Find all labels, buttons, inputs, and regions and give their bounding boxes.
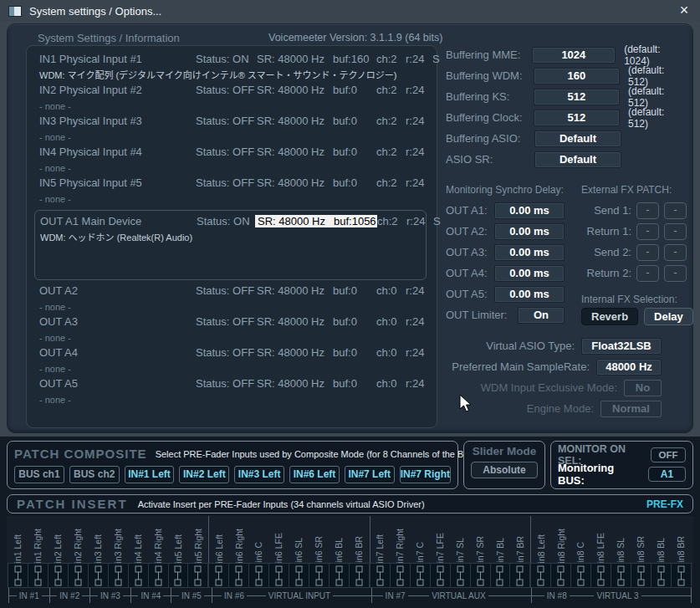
device-row[interactable]: IN3 Physical Input #3Status: OFFSR: 4800…: [39, 115, 437, 146]
reverb-button[interactable]: Reverb: [581, 308, 638, 325]
insert-switch[interactable]: [370, 563, 391, 588]
buffering-value-field[interactable]: 512: [534, 110, 620, 126]
buffering-value-field[interactable]: Default: [534, 130, 621, 147]
insert-switch[interactable]: [631, 563, 651, 588]
external-fx-slot-button[interactable]: -: [664, 244, 687, 261]
external-fx-slot-button[interactable]: -: [636, 202, 659, 219]
device-row[interactable]: IN1 Physical Input #1Status: ONSR: 48000…: [39, 53, 437, 84]
insert-channel: in2 Right: [69, 516, 89, 588]
insert-switch[interactable]: [208, 563, 229, 588]
device-row[interactable]: IN4 Physical Input #4Status: OFFSR: 4800…: [39, 146, 437, 176]
insert-switch[interactable]: [88, 563, 109, 588]
insert-switch[interactable]: [289, 563, 309, 588]
device-buffer: buf:0: [333, 346, 376, 359]
external-fx-slot-button[interactable]: -: [636, 265, 659, 282]
patch-composite-button[interactable]: BUS ch2: [69, 466, 120, 483]
asio-setting-field[interactable]: Float32LSB: [581, 338, 662, 355]
external-fx-slot-button[interactable]: -: [664, 265, 687, 282]
patch-composite-button[interactable]: IN#6 Left: [289, 466, 340, 483]
external-fx-slot-button[interactable]: -: [664, 202, 687, 219]
insert-switch[interactable]: [228, 563, 249, 588]
insert-switch[interactable]: [490, 563, 511, 588]
monitoring-delay-field[interactable]: 0.00 ms: [494, 244, 565, 261]
device-channels: ch:2: [376, 115, 406, 127]
device-row[interactable]: OUT A3Status: OFFSR: 48000 Hzbuf:0ch:0r:…: [39, 315, 437, 346]
insert-switch[interactable]: [168, 563, 189, 588]
device-row[interactable]: IN2 Physical Input #2Status: OFFSR: 4800…: [39, 84, 437, 115]
insert-switch[interactable]: [48, 563, 69, 588]
patch-composite-button[interactable]: IN#2 Left: [179, 466, 229, 483]
asio-setting-field[interactable]: No: [624, 380, 662, 396]
patch-composite-button[interactable]: IN#3 Left: [234, 466, 284, 483]
external-fx-slot-button[interactable]: -: [636, 244, 659, 261]
buffering-value-field[interactable]: 160: [534, 68, 620, 84]
insert-switch[interactable]: [329, 563, 350, 588]
buffering-value-field[interactable]: 512: [534, 89, 620, 105]
device-channels: ch:2: [377, 215, 406, 227]
insert-channel-label: in7 SR: [471, 516, 491, 563]
patch-composite-button[interactable]: IN#1 Left: [125, 466, 175, 483]
pre-fx-button[interactable]: PRE-FX: [646, 498, 683, 510]
patch-composite-button[interactable]: IN#7 Right: [400, 466, 451, 483]
monitoring-delay-field[interactable]: 0.00 ms: [494, 202, 565, 219]
patch-composite-button[interactable]: BUS ch1: [14, 466, 64, 483]
monitoring-delay-row: OUT A2:0.00 ms: [446, 221, 568, 242]
insert-switch[interactable]: [550, 563, 571, 588]
insert-switch[interactable]: [28, 563, 49, 588]
insert-switch[interactable]: [390, 563, 411, 588]
patch-composite-panel: PATCH COMPOSITE Select PRE-Fader Inputs …: [7, 441, 458, 489]
external-fx-slot-button[interactable]: -: [636, 223, 659, 240]
device-row[interactable]: OUT A4Status: OFFSR: 48000 Hzbuf:0ch:0r:…: [39, 346, 437, 377]
monitor-on-sel-button[interactable]: OFF: [651, 447, 686, 462]
insert-switch[interactable]: [570, 563, 591, 588]
insert-channel: in8 SL: [611, 516, 631, 588]
device-samplerate: SR: 48000 Hz: [254, 115, 333, 127]
device-row[interactable]: IN5 Physical Input #5Status: OFFSR: 4800…: [39, 176, 437, 207]
insert-switch[interactable]: [349, 563, 370, 588]
insert-switch[interactable]: [108, 563, 129, 588]
insert-switch[interactable]: [611, 563, 631, 588]
device-subline: WDM: マイク配列 (デジタルマイク向けインテル® スマート・サウンド・テクノ…: [39, 69, 437, 84]
insert-group-extra: VIRTUAL 3: [594, 591, 641, 600]
insert-switch[interactable]: [530, 563, 551, 588]
insert-switch[interactable]: [268, 563, 289, 588]
monitoring-delay-field[interactable]: 0.00 ms: [494, 286, 565, 303]
insert-switch[interactable]: [187, 563, 208, 588]
insert-switch[interactable]: [470, 563, 491, 588]
insert-switch[interactable]: [430, 563, 451, 588]
patch-composite-button[interactable]: IN#7 Left: [345, 466, 395, 483]
asio-setting-field[interactable]: Normal: [600, 401, 662, 417]
buffering-value-field[interactable]: 1024: [532, 47, 616, 64]
insert-switch[interactable]: [68, 563, 89, 588]
insert-switch[interactable]: [128, 563, 149, 588]
insert-group-name: IN #6: [222, 591, 247, 600]
insert-switch[interactable]: [651, 563, 672, 588]
insert-switch[interactable]: [309, 563, 330, 588]
slider-mode-button[interactable]: Absolute: [471, 462, 538, 478]
insert-switch[interactable]: [671, 563, 692, 588]
monitoring-delay-field[interactable]: 0.00 ms: [494, 223, 565, 240]
insert-channel-label: in1 Right: [28, 516, 49, 563]
asio-setting-field[interactable]: 48000 Hz: [596, 359, 662, 376]
insert-channel: in8 Right: [551, 516, 571, 588]
out-limiter-field[interactable]: On: [518, 307, 565, 324]
insert-switch[interactable]: [8, 563, 28, 588]
device-row[interactable]: OUT A2Status: OFFSR: 48000 Hzbuf:0ch:0r:…: [39, 284, 437, 315]
device-buffer: buf:0: [333, 176, 376, 189]
buffering-value-field[interactable]: Default: [534, 151, 621, 168]
insert-switch[interactable]: [248, 563, 269, 588]
insert-switch[interactable]: [590, 563, 611, 588]
external-fx-slot-button[interactable]: -: [664, 223, 687, 240]
monitoring-bus-button[interactable]: A1: [648, 467, 686, 482]
asio-setting-row: Engine Mode:Normal: [446, 398, 687, 419]
insert-switch[interactable]: [509, 563, 530, 588]
device-row[interactable]: OUT A5Status: OFFSR: 48000 Hzbuf:0ch:0r:…: [39, 377, 437, 408]
close-icon[interactable]: ×: [672, 0, 697, 22]
insert-switch[interactable]: [148, 563, 169, 588]
monitoring-delay-field[interactable]: 0.00 ms: [494, 265, 565, 282]
insert-switch[interactable]: [450, 563, 471, 588]
internal-fx-title: Internal FX Selection:: [581, 291, 693, 308]
device-row[interactable]: OUT A1 Main DeviceStatus: ONSR: 48000 Hz…: [34, 210, 427, 280]
delay-button[interactable]: Delay: [644, 308, 693, 325]
insert-switch[interactable]: [410, 563, 431, 588]
